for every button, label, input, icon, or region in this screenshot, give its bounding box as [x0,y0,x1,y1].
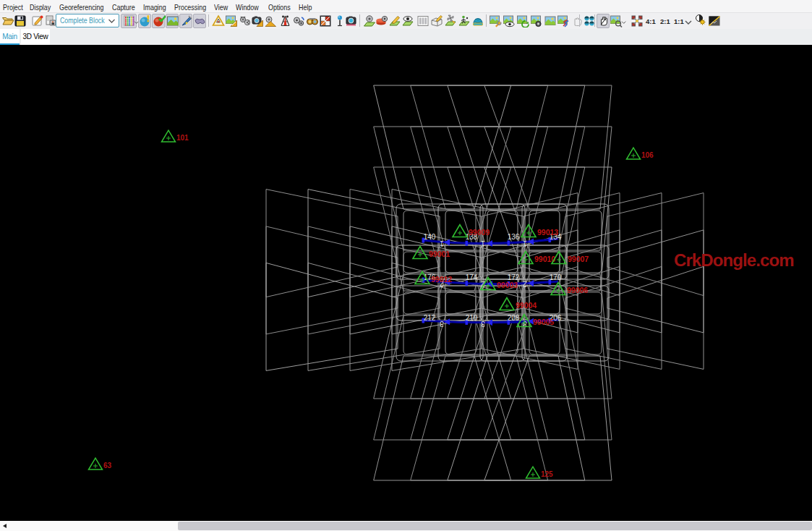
svg-text:99006: 99006 [567,286,588,294]
svg-text:210: 210 [466,314,478,322]
svg-text:99003: 99003 [497,281,518,289]
svg-text:1: 1 [440,239,444,247]
svg-text:99001: 99001 [429,250,450,258]
svg-text:1: 1 [523,239,527,247]
svg-text:3: 3 [481,320,485,328]
svg-text:140: 140 [424,233,436,241]
svg-text:170: 170 [550,273,562,281]
svg-text:212: 212 [424,314,436,322]
svg-text:136: 136 [508,233,520,241]
svg-text:106: 106 [641,151,654,159]
svg-text:99005: 99005 [533,318,554,326]
svg-text:99009: 99009 [469,228,490,237]
svg-text:208: 208 [508,314,520,322]
svg-text:1: 1 [481,239,485,247]
svg-text:CrkDongle.com: CrkDongle.com [674,250,794,270]
svg-text:99013: 99013 [537,228,558,237]
svg-text:63: 63 [103,462,112,470]
svg-text:101: 101 [176,134,189,142]
svg-text:2: 2 [523,280,527,288]
svg-text:125: 125 [541,470,553,478]
svg-text:99007: 99007 [568,255,589,263]
svg-text:99004: 99004 [516,301,537,310]
svg-text:3: 3 [440,320,444,328]
svg-text:99012: 99012 [431,275,452,284]
svg-text:174: 174 [466,273,478,281]
